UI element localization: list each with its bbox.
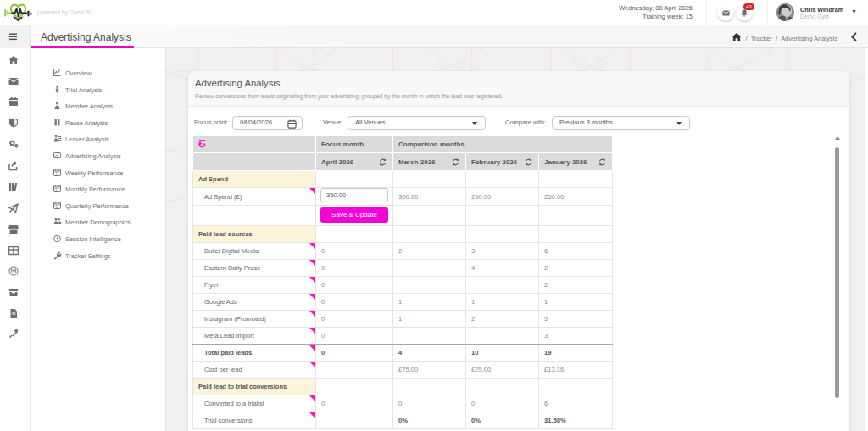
svg-text:31: 31 xyxy=(55,188,60,192)
svg-text:Q: Q xyxy=(55,204,58,208)
svg-text:7: 7 xyxy=(55,171,58,175)
